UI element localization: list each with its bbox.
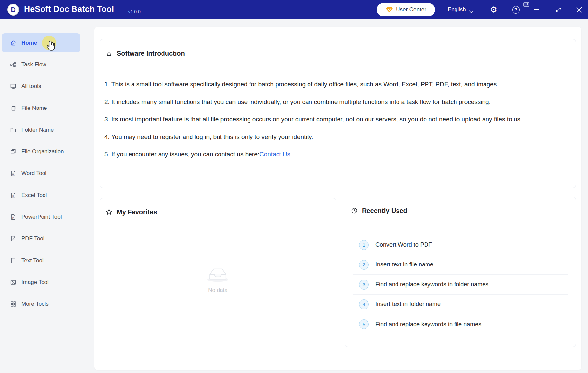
floating-window-icon[interactable] <box>523 2 529 7</box>
folder-icon <box>10 127 16 133</box>
intro-paragraph: 2. It includes many small functions that… <box>104 96 526 108</box>
intro-paragraph: 1. This is a small tool software specifi… <box>104 79 526 90</box>
word-doc-icon: w <box>10 170 16 177</box>
close-button[interactable] <box>573 0 585 19</box>
recently-used-header: Recently Used <box>345 197 576 225</box>
pdf-doc-icon <box>10 235 16 242</box>
language-label: English <box>448 6 466 13</box>
user-center-label: User Center <box>396 6 426 13</box>
empty-tray-icon <box>205 265 231 282</box>
help-icon[interactable]: ? <box>511 0 521 19</box>
sidebar-item-more-tools[interactable]: More Tools <box>2 295 80 314</box>
recent-item-number: 5 <box>359 319 369 329</box>
sidebar-item-label: Home <box>21 40 37 46</box>
sidebar-item-label: PDF Tool <box>21 235 44 242</box>
sidebar: Home Task Flow All tools File Name Folde <box>0 19 82 373</box>
intro-paragraph-contact: 5. If you encounter any issues, you can … <box>104 149 526 160</box>
recent-item[interactable]: 1 Convert Word to PDF <box>353 235 568 255</box>
recent-item-label: Find and replace keywords in folder name… <box>375 281 488 288</box>
recent-item-number: 1 <box>359 240 369 250</box>
app-version: - v1.0.0 <box>125 9 141 14</box>
sidebar-item-all-tools[interactable]: All tools <box>2 77 80 96</box>
my-favorites-title: My Favorites <box>117 208 157 216</box>
settings-gear-icon[interactable]: ⚙ <box>489 0 499 19</box>
image-icon <box>10 279 16 286</box>
sidebar-item-file-organization[interactable]: File Organization <box>2 142 80 161</box>
sidebar-item-label: File Name <box>21 105 47 111</box>
minimize-button[interactable] <box>531 0 542 19</box>
software-introduction-body: 1. This is a small tool software specifi… <box>100 68 576 160</box>
sidebar-item-label: Excel Tool <box>21 192 47 199</box>
recent-item-label: Insert text in file name <box>375 261 433 268</box>
contact-us-link[interactable]: Contact Us <box>259 151 290 158</box>
svg-text:p: p <box>12 216 14 219</box>
software-introduction-header: Software Introduction <box>100 39 576 68</box>
sidebar-item-label: More Tools <box>21 301 49 307</box>
sidebar-item-label: All tools <box>21 83 41 90</box>
recent-item-number: 2 <box>359 260 369 270</box>
sidebar-item-label: Task Flow <box>21 61 46 68</box>
task-flow-icon <box>10 61 16 68</box>
recent-item[interactable]: 2 Insert text in file name <box>353 255 568 275</box>
recent-item-label: Insert text in folder name <box>375 301 441 308</box>
my-favorites-header: My Favorites <box>100 198 336 226</box>
contact-text: 5. If you encounter any issues, you can … <box>104 151 259 158</box>
clock-icon <box>351 207 358 214</box>
recently-used-list: 1 Convert Word to PDF 2 Insert text in f… <box>345 225 576 334</box>
ppt-doc-icon: p <box>10 214 16 220</box>
file-copy-icon <box>10 105 16 111</box>
main-panel: Software Introduction 1. This is a small… <box>94 27 581 370</box>
sidebar-item-powerpoint-tool[interactable]: p PowerPoint Tool <box>2 207 80 227</box>
monitor-icon <box>10 83 16 90</box>
sidebar-item-label: Image Tool <box>21 279 49 286</box>
recently-used-title: Recently Used <box>362 207 407 215</box>
recent-item-label: Convert Word to PDF <box>375 241 432 248</box>
language-selector[interactable]: English <box>448 0 473 19</box>
svg-text:w: w <box>12 172 14 175</box>
app-title: HeSoft Doc Batch Tool <box>24 4 114 14</box>
recent-item[interactable]: 5 Find and replace keywords in file name… <box>353 314 568 334</box>
recent-item[interactable]: 4 Insert text in folder name <box>353 295 568 314</box>
my-favorites-card: My Favorites No data <box>100 198 336 332</box>
intro-paragraph: 3. Its most important feature is that al… <box>104 114 526 125</box>
titlebar: D HeSoft Doc Batch Tool - v1.0.0 User Ce… <box>0 0 588 19</box>
recent-item-label: Find and replace keywords in file names <box>375 321 481 328</box>
sidebar-item-label: File Organization <box>21 148 64 155</box>
recently-used-card: Recently Used 1 Convert Word to PDF 2 In… <box>345 197 576 347</box>
sidebar-item-label: Text Tool <box>21 257 44 264</box>
app-logo: D <box>7 4 19 16</box>
sidebar-item-home[interactable]: Home <box>2 33 80 52</box>
app-window: D HeSoft Doc Batch Tool - v1.0.0 User Ce… <box>0 0 588 373</box>
vip-gem-icon <box>386 6 393 13</box>
recent-item-number: 4 <box>359 299 369 309</box>
recent-item[interactable]: 3 Find and replace keywords in folder na… <box>353 275 568 295</box>
grid-icon <box>10 301 16 307</box>
no-data-label: No data <box>208 287 228 294</box>
chevron-down-icon <box>469 8 473 11</box>
sidebar-item-pdf-tool[interactable]: PDF Tool <box>2 229 80 248</box>
maximize-button[interactable] <box>553 0 564 19</box>
intro-paragraph: 4. You may need to register and log in, … <box>104 131 526 142</box>
svg-text:x: x <box>12 194 14 197</box>
sidebar-item-word-tool[interactable]: w Word Tool <box>2 164 80 183</box>
overlap-cards-icon <box>10 148 16 155</box>
software-introduction-card: Software Introduction 1. This is a small… <box>100 39 576 188</box>
app-logo-letter: D <box>11 6 15 14</box>
favorites-empty-state: No data <box>100 226 336 332</box>
sidebar-item-folder-name[interactable]: Folder Name <box>2 120 80 140</box>
excel-doc-icon: x <box>10 192 16 199</box>
user-center-button[interactable]: User Center <box>377 3 435 16</box>
software-introduction-title: Software Introduction <box>117 50 185 57</box>
alarm-icon <box>106 50 112 57</box>
home-icon <box>10 40 16 46</box>
sidebar-item-file-name[interactable]: File Name <box>2 99 80 118</box>
sidebar-item-label: PowerPoint Tool <box>21 214 62 220</box>
sidebar-item-excel-tool[interactable]: x Excel Tool <box>2 186 80 205</box>
sidebar-item-task-flow[interactable]: Task Flow <box>2 55 80 74</box>
sidebar-item-image-tool[interactable]: Image Tool <box>2 273 80 292</box>
recent-item-number: 3 <box>359 280 369 290</box>
sidebar-item-text-tool[interactable]: Text Tool <box>2 251 80 270</box>
text-doc-icon <box>10 257 16 264</box>
sidebar-item-label: Word Tool <box>21 170 46 177</box>
sidebar-item-label: Folder Name <box>21 127 54 133</box>
